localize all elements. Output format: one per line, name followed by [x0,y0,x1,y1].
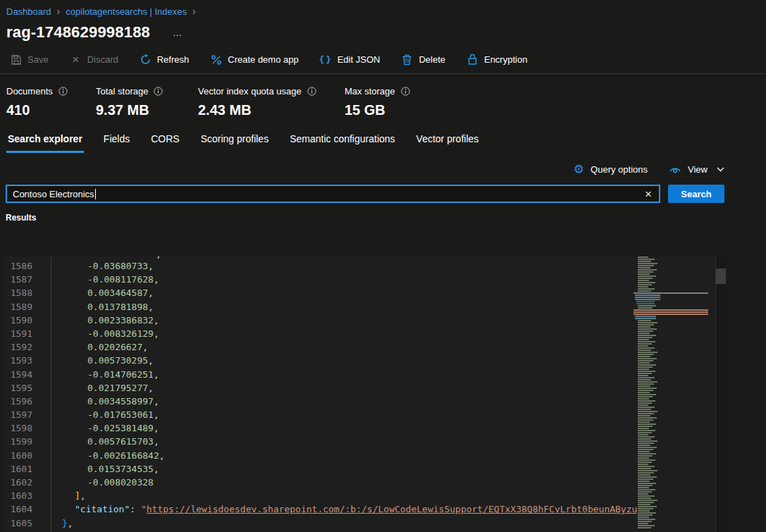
stat-label: Documents [6,86,53,97]
minimap-line [638,474,650,476]
stat-value: 15 GB [345,102,410,118]
minimap-line [638,307,653,309]
code-text: "citation": "https://lewisdoesdev.sharep… [32,502,637,516]
code-line: 1603], [6,489,637,502]
results-code-editor[interactable]: , 1586-0.03680733,1587-0.008117628,15880… [6,256,726,532]
stat-label: Total storage [96,86,148,97]
delete-button[interactable]: Delete [401,54,445,66]
minimap-line [638,349,651,351]
stat-label: Vector index quota usage [198,86,302,97]
trash-icon [401,54,413,66]
tab-search-explorer[interactable]: Search explorer [6,133,84,153]
code-text: -0.03680733, [32,259,637,273]
command-label: Save [27,54,49,65]
code-line: 1605}, [6,516,637,530]
more-options-button[interactable]: … [173,27,183,38]
tab-scoring-profiles[interactable]: Scoring profiles [199,133,271,153]
info-icon[interactable] [401,87,410,96]
discard-icon: × [70,54,82,66]
minimap-line [638,265,654,266]
minimap-line [638,464,648,465]
minimap-line [638,288,655,290]
create-demo-app-button[interactable]: Create demo app [210,54,298,66]
code-text: 0.0023386832, [32,314,637,327]
search-input[interactable]: Contoso Electronics × [6,185,660,203]
command-label: Create demo app [228,54,298,65]
info-icon[interactable] [307,87,316,96]
code-line: 15960.0034558997, [6,395,637,408]
breadcrumb-link-0[interactable]: Dashboard [6,6,51,17]
editor-scrollbar[interactable] [715,256,726,532]
tab-vector-profiles[interactable]: Vector profiles [415,133,481,153]
tab-semantic-configurations[interactable]: Semantic configurations [288,133,396,153]
minimap-line [638,375,648,376]
info-icon[interactable] [154,87,163,96]
results-label: Results [6,213,766,223]
minimap-line [638,413,654,414]
minimap-line [638,466,655,467]
command-label: Encryption [484,54,527,65]
view-label: View [688,164,708,175]
minimap-line [638,411,657,412]
line-number: 1598 [6,421,32,435]
minimap-line [635,299,660,300]
info-icon[interactable] [58,87,68,96]
line-number: 1596 [6,395,32,408]
minimap-line [638,392,650,393]
minimap-line [638,369,649,370]
minimap-line [638,256,648,258]
minimap-line [638,330,653,332]
line-number: 1602 [6,476,32,489]
line-number: 1597 [6,408,32,421]
minimap-line [638,504,650,505]
edit-json-button[interactable]: {}Edit JSON [320,54,381,66]
code-text: 0.0057615703, [32,435,637,448]
code-text: -0.008326129, [32,327,637,340]
index-stats: Documents 410Total storage 9.37 MBVector… [0,74,766,118]
encryption-button[interactable]: Encryption [467,54,527,66]
code-line: 15920.02026627, [6,340,637,354]
lock-icon [467,54,478,66]
minimap-line [638,400,655,402]
code-text: 0.013781898, [32,300,637,314]
minimap-line [635,318,656,319]
minimap-line [638,519,655,520]
tab-cors[interactable]: CORS [149,133,180,153]
citation-url-link[interactable]: https://lewisdoesdev.sharepoint.com/:b:/… [147,504,637,514]
line-number: 1595 [6,381,32,395]
line-number: 1600 [6,449,32,462]
query-options-button[interactable]: ⚙ Query options [574,163,648,175]
minimap-line [638,385,650,387]
minimap-line [638,379,651,381]
stat-total-storage: Total storage 9.37 MB [96,86,198,118]
minimap-line [638,514,653,516]
minimap-line [638,472,654,474]
minimap-line [635,295,660,296]
scrollbar-thumb[interactable] [716,268,726,284]
minimap-line [638,396,653,397]
line-number: 1594 [6,368,32,381]
command-label: Edit JSON [338,54,381,65]
clear-search-icon[interactable]: × [643,188,653,200]
minimap-line [638,436,655,438]
minimap-line [638,286,648,287]
minimap-line [638,335,656,336]
code-line: 15990.0057615703, [6,435,637,448]
search-button[interactable]: Search [668,185,724,203]
view-dropdown[interactable]: View [669,164,724,175]
code-line: 15930.005730295, [6,354,637,367]
code-line: 1587-0.008117628, [6,273,637,286]
tab-fields[interactable]: Fields [102,133,131,153]
minimap-line [638,280,649,281]
minimap-line [638,354,654,355]
breadcrumb-link-1[interactable]: copilotagentsearchs | Indexes [66,6,187,17]
line-number: 1601 [6,462,32,476]
code-line: 1591-0.008326129, [6,327,637,340]
minimap-line [634,292,708,294]
minimap-line [638,326,650,328]
minimap[interactable] [632,256,715,532]
gear-icon: ⚙ [574,163,584,175]
minimap-line [638,356,650,357]
refresh-button[interactable]: Refresh [140,54,190,66]
code-line: 1597-0.017653061, [6,408,637,421]
